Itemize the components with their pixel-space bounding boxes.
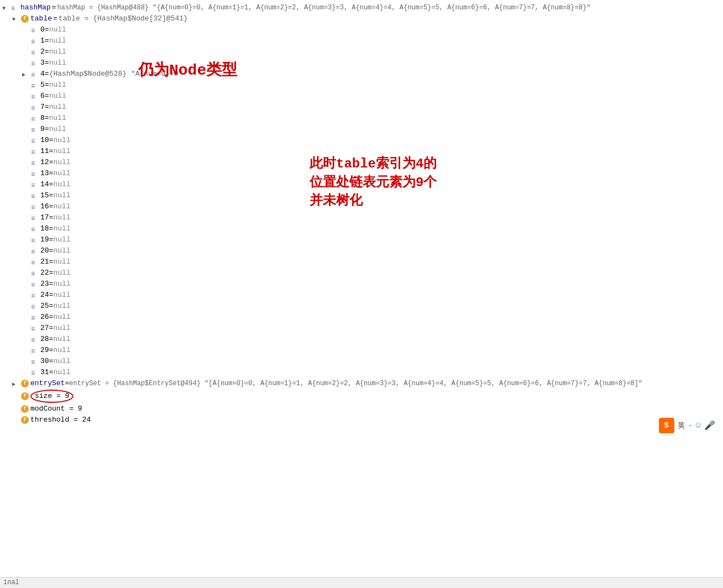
status-bar: inal <box>0 577 723 588</box>
table-entry-25: 25 = null <box>0 301 723 312</box>
table-entry-20: 20 = null <box>0 245 723 256</box>
table-entry-24: 24 = null <box>0 290 723 301</box>
field-icon-modcount: f <box>21 405 29 413</box>
field-icon-entryset: f <box>21 380 29 387</box>
hashmap-value: hashMap = {HashMap@488} "{A{num=0}=0, A{… <box>57 3 590 13</box>
threshold-value: threshold = 24 <box>30 415 91 425</box>
lines-0 <box>31 26 39 34</box>
field-icon-table: f <box>21 15 29 23</box>
english-btn[interactable]: 英 <box>678 421 685 431</box>
sogou-logo[interactable]: S <box>659 418 674 433</box>
table-entry-22: 22 = null <box>0 267 723 279</box>
table-row-header[interactable]: f table = table = {HashMap$Node[32]@541} <box>0 13 723 24</box>
table-entry-13: 13 = null <box>0 168 723 179</box>
expand-4[interactable] <box>22 70 30 78</box>
hashmap-equals: = <box>52 3 56 13</box>
mic-btn[interactable]: 🎤 <box>704 420 715 431</box>
table-entry-9: 9 = null <box>0 124 723 135</box>
table-entry-21: 21 = null <box>0 256 723 267</box>
table-key: table <box>30 14 52 24</box>
table-entry-27: 27 = null <box>0 323 723 334</box>
table-entry-1: 1 = null <box>0 35 723 46</box>
expand-0 <box>22 26 30 34</box>
entry-0-val: null <box>49 25 66 35</box>
expand-hashmap[interactable] <box>2 4 10 12</box>
widget-bar: S 英 · ☺ 🎤 <box>659 418 715 433</box>
table-entry-30: 30 = null <box>0 356 723 367</box>
sogou-s: S <box>664 421 668 430</box>
table-entry-2: 2 = null <box>0 46 723 57</box>
debug-panel: hashMap = hashMap = {HashMap@488} "{A{nu… <box>0 0 723 428</box>
table-entry-23: 23 = null <box>0 279 723 290</box>
modcount-value: modCount = 9 <box>30 404 82 414</box>
size-text: size = 9 <box>30 390 74 403</box>
table-entry-15: 15 = null <box>0 190 723 201</box>
hashmap-row[interactable]: hashMap = hashMap = {HashMap@488} "{A{nu… <box>0 2 723 13</box>
size-highlight: size = 9 <box>30 390 74 403</box>
expand-table[interactable] <box>12 15 20 23</box>
table-entry-29: 29 = null <box>0 345 723 356</box>
table-entry-8: 8 = null <box>0 113 723 124</box>
table-entry-10: 10 = null <box>0 135 723 146</box>
table-entry-11: 11 = null <box>0 146 723 157</box>
table-entry-17: 17 = null <box>0 212 723 223</box>
size-row: f size = 9 <box>0 389 723 403</box>
table-entry-28: 28 = null <box>0 334 723 345</box>
table-entry-3: 3 = null <box>0 57 723 69</box>
field-icon-threshold: f <box>21 416 29 424</box>
table-equals: = <box>53 14 57 24</box>
entry-0-key: 0 <box>40 25 45 35</box>
table-entry-26: 26 = null <box>0 312 723 323</box>
table-entry-18: 18 = null <box>0 223 723 234</box>
entryset-value: entrySet = {HashMap$EntrySet@494} "[A{nu… <box>69 379 642 389</box>
table-value: table = {HashMap$Node[32]@541} <box>59 14 188 24</box>
expand-entryset[interactable] <box>12 380 20 387</box>
table-entry-12: 12 = null <box>0 157 723 168</box>
field-icon-size: f <box>21 392 29 400</box>
table-entry-0: 0 = null <box>0 24 723 35</box>
table-entry-16: 16 = null <box>0 201 723 212</box>
status-text: inal <box>3 579 19 586</box>
table-entry-7: 7 = null <box>0 102 723 113</box>
table-entry-5: 5 = null <box>0 80 723 91</box>
entryset-key: entrySet <box>30 379 65 389</box>
table-entry-31: 31 = null <box>0 367 723 378</box>
mod-count-row: f modCount = 9 <box>0 403 723 414</box>
table-entry-14: 14 = null <box>0 179 723 190</box>
threshold-row: f threshold = 24 <box>0 414 723 426</box>
size-value: size = 9 <box>35 392 69 400</box>
dot-btn[interactable]: · <box>688 422 693 430</box>
smiley-btn[interactable]: ☺ <box>695 421 701 431</box>
entry-set-row[interactable]: f entrySet = entrySet = {HashMap$EntrySe… <box>0 378 723 389</box>
lines-icon-hashmap <box>11 4 19 12</box>
hashmap-text: hashMap <box>20 3 51 13</box>
table-entry-19: 19 = null <box>0 234 723 245</box>
table-entry-6: 6 = null <box>0 91 723 102</box>
table-entry-4[interactable]: 4 = {HashMap$Node@528} "A{num=0}=0" <box>0 69 723 80</box>
